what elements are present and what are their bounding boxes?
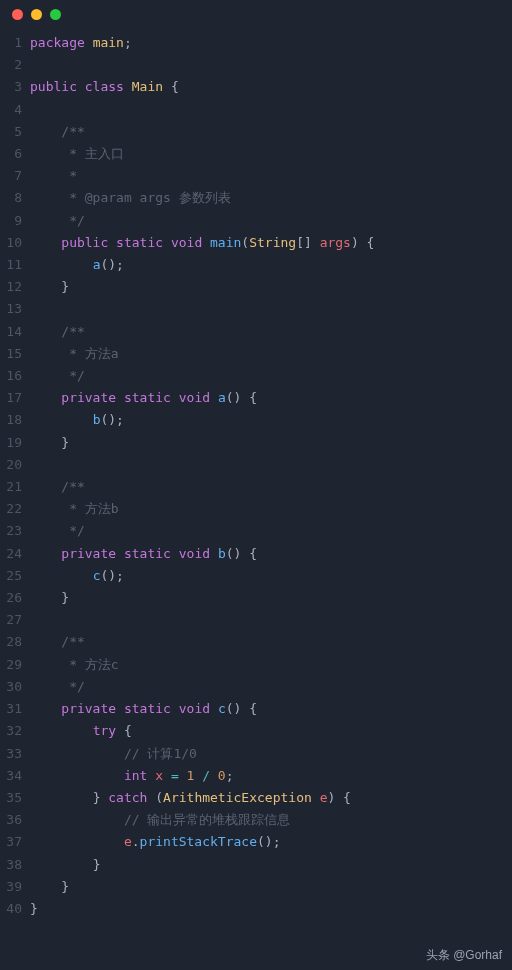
code-line[interactable]: try { bbox=[30, 720, 512, 742]
code-line[interactable]: /** bbox=[30, 121, 512, 143]
code-line[interactable]: private static void a() { bbox=[30, 387, 512, 409]
line-number: 21 bbox=[0, 476, 22, 498]
line-number: 22 bbox=[0, 498, 22, 520]
line-number: 4 bbox=[0, 99, 22, 121]
code-line[interactable]: * bbox=[30, 165, 512, 187]
code-line[interactable]: // 计算1/0 bbox=[30, 743, 512, 765]
line-number: 31 bbox=[0, 698, 22, 720]
code-line[interactable]: c(); bbox=[30, 565, 512, 587]
line-number: 30 bbox=[0, 676, 22, 698]
code-line[interactable]: package main; bbox=[30, 32, 512, 54]
line-number: 15 bbox=[0, 343, 22, 365]
line-number: 19 bbox=[0, 432, 22, 454]
line-number: 38 bbox=[0, 854, 22, 876]
code-line[interactable]: } bbox=[30, 432, 512, 454]
code-line[interactable]: } catch (ArithmeticException e) { bbox=[30, 787, 512, 809]
code-line[interactable]: * 方法a bbox=[30, 343, 512, 365]
line-number: 2 bbox=[0, 54, 22, 76]
line-number: 20 bbox=[0, 454, 22, 476]
line-number: 18 bbox=[0, 409, 22, 431]
window-titlebar bbox=[0, 0, 512, 28]
code-line[interactable]: * 主入口 bbox=[30, 143, 512, 165]
line-number: 23 bbox=[0, 520, 22, 542]
code-line[interactable]: public class Main { bbox=[30, 76, 512, 98]
line-number: 7 bbox=[0, 165, 22, 187]
line-number: 10 bbox=[0, 232, 22, 254]
code-line[interactable]: */ bbox=[30, 520, 512, 542]
line-number: 34 bbox=[0, 765, 22, 787]
code-line[interactable] bbox=[30, 54, 512, 76]
code-line[interactable]: } bbox=[30, 898, 512, 920]
code-line[interactable]: * @param args 参数列表 bbox=[30, 187, 512, 209]
line-number: 27 bbox=[0, 609, 22, 631]
line-number: 14 bbox=[0, 321, 22, 343]
code-line[interactable] bbox=[30, 99, 512, 121]
code-line[interactable]: */ bbox=[30, 676, 512, 698]
image-caption: 头条 @Gorhaf bbox=[426, 947, 502, 964]
line-number: 11 bbox=[0, 254, 22, 276]
line-number: 35 bbox=[0, 787, 22, 809]
code-line[interactable]: e.printStackTrace(); bbox=[30, 831, 512, 853]
code-line[interactable]: * 方法b bbox=[30, 498, 512, 520]
code-line[interactable] bbox=[30, 298, 512, 320]
line-number: 6 bbox=[0, 143, 22, 165]
line-number: 29 bbox=[0, 654, 22, 676]
close-icon[interactable] bbox=[12, 9, 23, 20]
code-line[interactable]: private static void c() { bbox=[30, 698, 512, 720]
code-line[interactable]: /** bbox=[30, 631, 512, 653]
line-number: 9 bbox=[0, 210, 22, 232]
line-number: 33 bbox=[0, 743, 22, 765]
code-line[interactable] bbox=[30, 609, 512, 631]
line-number: 16 bbox=[0, 365, 22, 387]
line-number: 1 bbox=[0, 32, 22, 54]
line-number: 17 bbox=[0, 387, 22, 409]
code-line[interactable]: } bbox=[30, 854, 512, 876]
code-line[interactable]: */ bbox=[30, 210, 512, 232]
code-line[interactable]: /** bbox=[30, 476, 512, 498]
line-number: 26 bbox=[0, 587, 22, 609]
code-line[interactable]: private static void b() { bbox=[30, 543, 512, 565]
line-number: 5 bbox=[0, 121, 22, 143]
line-number: 28 bbox=[0, 631, 22, 653]
code-line[interactable]: } bbox=[30, 276, 512, 298]
code-line[interactable]: public static void main(String[] args) { bbox=[30, 232, 512, 254]
line-number: 37 bbox=[0, 831, 22, 853]
line-number: 8 bbox=[0, 187, 22, 209]
code-line[interactable] bbox=[30, 454, 512, 476]
line-number: 39 bbox=[0, 876, 22, 898]
code-editor[interactable]: 1234567891011121314151617181920212223242… bbox=[0, 28, 512, 924]
line-number: 36 bbox=[0, 809, 22, 831]
code-line[interactable]: a(); bbox=[30, 254, 512, 276]
line-number: 3 bbox=[0, 76, 22, 98]
line-number: 12 bbox=[0, 276, 22, 298]
code-line[interactable]: } bbox=[30, 587, 512, 609]
line-number: 32 bbox=[0, 720, 22, 742]
code-line[interactable]: */ bbox=[30, 365, 512, 387]
line-number: 13 bbox=[0, 298, 22, 320]
line-number-gutter: 1234567891011121314151617181920212223242… bbox=[0, 32, 30, 920]
zoom-icon[interactable] bbox=[50, 9, 61, 20]
minimize-icon[interactable] bbox=[31, 9, 42, 20]
code-line[interactable]: } bbox=[30, 876, 512, 898]
line-number: 24 bbox=[0, 543, 22, 565]
line-number: 25 bbox=[0, 565, 22, 587]
code-line[interactable]: /** bbox=[30, 321, 512, 343]
line-number: 40 bbox=[0, 898, 22, 920]
code-line[interactable]: // 输出异常的堆栈跟踪信息 bbox=[30, 809, 512, 831]
code-content[interactable]: package main; public class Main { /** * … bbox=[30, 32, 512, 920]
code-line[interactable]: int x = 1 / 0; bbox=[30, 765, 512, 787]
code-line[interactable]: b(); bbox=[30, 409, 512, 431]
code-line[interactable]: * 方法c bbox=[30, 654, 512, 676]
